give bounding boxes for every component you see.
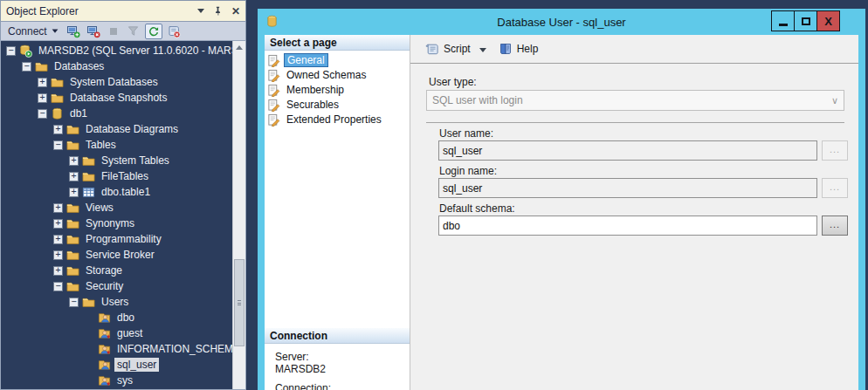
tree-item[interactable]: sys [1,373,245,388]
expand-toggle-icon[interactable]: − [22,62,31,72]
expand-toggle-icon[interactable]: + [53,203,63,213]
script-error-icon[interactable] [165,24,183,39]
tree-item[interactable]: −MARSDB2 (SQL Server 11.0.6020 - MARSD [1,43,245,58]
tree-item[interactable]: +Storage [1,263,245,278]
connection-label: Connection: [275,382,410,390]
minimize-button[interactable] [771,10,795,31]
user-disabled-icon [98,343,111,356]
pin-icon[interactable] [212,5,224,17]
expand-toggle-icon[interactable]: + [38,78,47,87]
page-item-label: General [284,53,328,67]
expand-toggle-icon[interactable]: + [38,93,47,103]
tree-item-label: Programmability [83,232,164,246]
connect-label: Connect [8,25,47,38]
close-button[interactable]: X [816,10,840,31]
user-name-input [438,140,817,161]
expand-toggle-icon[interactable]: + [53,266,63,276]
script-dropdown-icon[interactable] [479,48,486,52]
disconnect-server-icon[interactable] [85,24,102,39]
page-item-extended-properties[interactable]: Extended Properties [265,113,410,127]
tree-item[interactable]: +System Databases [1,74,245,90]
tree-item[interactable]: +Views [1,200,245,216]
connection-section: Connection Server: MARSDB2 Connection: [265,328,410,390]
window-position-icon[interactable] [197,9,204,13]
expand-toggle-icon[interactable]: − [6,46,16,56]
tree-item[interactable]: +FileTables [1,168,245,184]
tree-item-label: db1 [67,106,90,120]
tree-item-label: dbo.table1 [99,185,153,199]
folder-icon [82,296,95,309]
script-button[interactable]: Script [422,39,474,58]
expand-toggle-icon[interactable]: − [53,140,63,150]
folder-icon [66,264,79,277]
tree-item[interactable]: +dbo.table1 [1,184,245,200]
expand-toggle-icon[interactable]: + [53,219,63,229]
combo-chevron-icon: ∨ [831,95,838,106]
tree-item-label: Service Broker [83,248,157,262]
tree-item[interactable]: guest [1,325,245,341]
expand-toggle-icon[interactable]: + [69,172,79,181]
scrollbar-up-icon[interactable] [233,41,245,54]
default-schema-input[interactable] [438,216,817,236]
dialog-toolbar: Script Help [410,35,858,64]
dialog-titlebar: Database User - sql_user X [258,9,865,35]
refresh-icon[interactable] [145,24,162,39]
tree-item[interactable]: −Security [1,278,245,294]
page-pencil-icon [267,69,281,82]
folder-icon [51,76,64,89]
tree-item[interactable]: INFORMATION_SCHEMA [1,341,245,357]
page-item-label: Owned Schemas [284,69,369,81]
select-a-page-header: Select a page [265,35,410,51]
expand-toggle-icon[interactable]: − [38,109,47,119]
expand-toggle-icon[interactable]: − [53,282,63,291]
connect-server-icon[interactable] [65,24,82,39]
tree-item[interactable]: +Synonyms [1,216,245,231]
tree-item[interactable]: +Database Diagrams [1,121,245,137]
chevron-down-icon [52,29,58,32]
default-schema-browse-button[interactable]: ... [822,216,848,236]
page-item-membership[interactable]: Membership [265,83,410,97]
tree-item[interactable]: +Programmability [1,231,245,247]
object-explorer-panel: Object Explorer ✕ Connect −MARSDB2 (SQL … [0,0,246,390]
object-explorer-title: Object Explorer [6,5,197,17]
user-type-combobox: SQL user with login ∨ [426,90,844,111]
tree-item[interactable]: +Database Snapshots [1,90,245,106]
maximize-button[interactable] [794,10,817,31]
tree-item[interactable]: +System Tables [1,153,245,168]
script-label: Script [444,43,471,55]
folder-icon [66,233,79,246]
tree-item[interactable]: −Users [1,294,245,310]
separator [426,122,844,123]
expand-toggle-icon[interactable]: − [69,298,79,307]
connect-button[interactable]: Connect [4,24,62,39]
tree-item-label: Database Diagrams [83,122,181,136]
server-icon [19,44,32,58]
page-pencil-icon [267,99,281,112]
tree-item-label: System Tables [99,154,172,168]
expand-toggle-icon[interactable]: + [53,125,63,134]
user-type-label: User type: [429,76,477,88]
expand-toggle-icon[interactable]: + [69,188,79,197]
tree-item-label: guest [114,326,145,340]
expand-toggle-icon[interactable]: + [53,250,63,260]
page-item-securables[interactable]: Securables [265,98,410,112]
expand-toggle-icon[interactable]: + [69,156,79,166]
tree-item[interactable]: sql_user [1,357,245,373]
page-item-owned-schemas[interactable]: Owned Schemas [265,68,410,82]
folder-icon [82,170,95,183]
expand-toggle-icon[interactable]: + [53,235,63,244]
user-disabled-icon [98,327,111,340]
tree-item[interactable]: −Databases [1,58,245,74]
tree-scrollbar[interactable] [232,41,245,389]
tree-item[interactable]: −Tables [1,137,245,153]
tree-item[interactable]: +Service Broker [1,247,245,263]
scrollbar-thumb[interactable] [234,259,245,346]
object-explorer-toolbar: Connect [0,21,246,40]
tree-item[interactable]: −db1 [1,106,245,121]
help-button[interactable]: Help [495,39,542,58]
select-a-page-list: GeneralOwned SchemasMembershipSecurables… [265,51,410,127]
tree-item[interactable]: dbo [1,310,245,325]
tree-item-label: Synonyms [83,216,137,230]
page-item-general[interactable]: General [265,53,410,67]
close-icon[interactable]: ✕ [231,6,240,17]
